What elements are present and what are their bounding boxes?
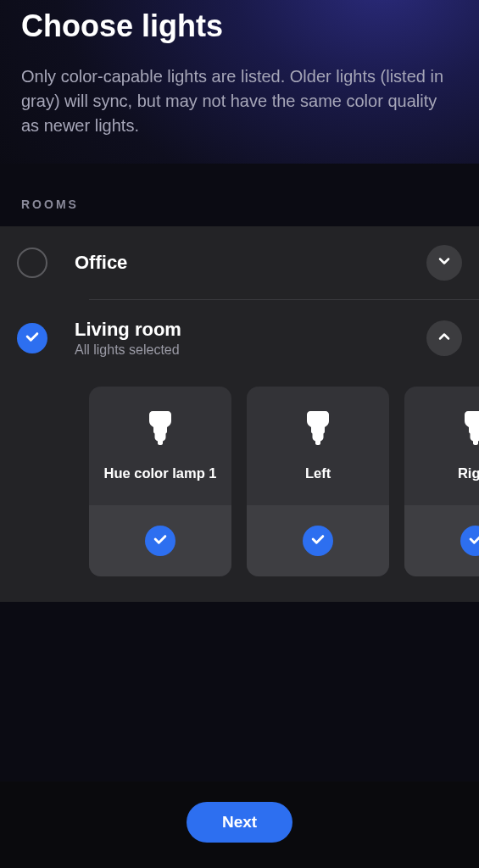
check-icon (24, 328, 41, 348)
footer-bar: Next (0, 782, 479, 868)
check-icon (467, 531, 479, 551)
chevron-down-icon (436, 253, 453, 273)
light-checkbox[interactable] (460, 526, 479, 556)
light-card[interactable]: Left (247, 387, 389, 576)
page-subtitle: Only color-capable lights are listed. Ol… (21, 64, 458, 138)
chevron-up-icon (436, 328, 453, 348)
room-row-living-room[interactable]: Living room All lights selected (0, 300, 479, 376)
rooms-list: Office Living room All lights selected (0, 226, 479, 602)
bulb-icon (465, 411, 479, 445)
room-name: Office (75, 252, 399, 274)
bulb-icon (149, 411, 171, 445)
light-name: Left (305, 465, 331, 481)
light-checkbox[interactable] (303, 526, 333, 556)
room-subtitle: All lights selected (75, 342, 399, 358)
lights-scroll[interactable]: Hue color lamp 1 Left (0, 376, 479, 576)
bulb-icon (307, 411, 329, 445)
light-checkbox[interactable] (145, 526, 175, 556)
collapse-button-living-room[interactable] (426, 320, 462, 356)
light-name: Hue color lamp 1 (104, 465, 217, 481)
next-button[interactable]: Next (187, 802, 292, 843)
rooms-section-label: ROOMS (0, 164, 479, 226)
light-name: Right (458, 465, 479, 481)
check-icon (152, 531, 169, 551)
room-row-office[interactable]: Office (0, 226, 479, 299)
light-card[interactable]: Right (404, 387, 479, 576)
light-card[interactable]: Hue color lamp 1 (89, 387, 231, 576)
room-name: Living room (75, 319, 399, 341)
room-checkbox-office[interactable] (17, 248, 47, 278)
check-icon (309, 531, 326, 551)
expand-button-office[interactable] (426, 245, 462, 281)
page-title: Choose lights (21, 8, 458, 44)
room-checkbox-living-room[interactable] (17, 323, 47, 353)
